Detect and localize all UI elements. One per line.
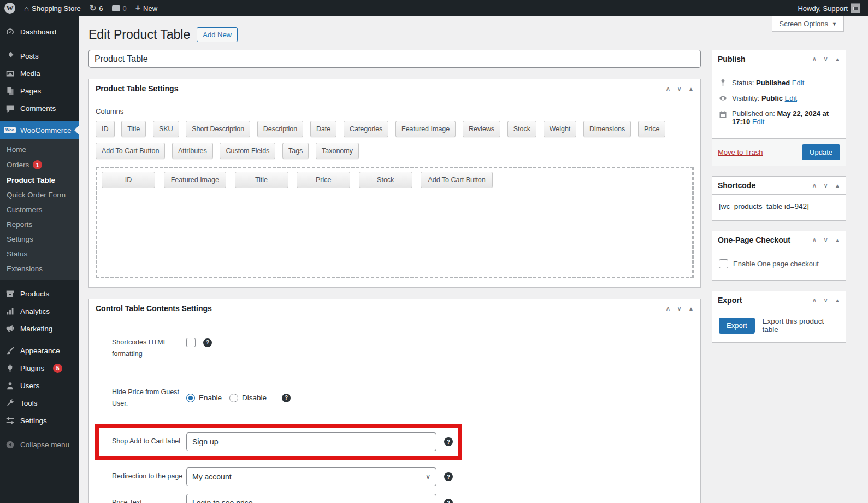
new-content-link[interactable]: + New	[135, 0, 157, 16]
column-chip[interactable]: Weight	[544, 121, 577, 137]
sidebar-item-dashboard[interactable]: Dashboard	[0, 23, 79, 40]
help-icon[interactable]: ?	[444, 437, 453, 446]
help-icon[interactable]: ?	[444, 472, 453, 481]
toggle-panel-icon[interactable]: ▲	[835, 237, 840, 243]
sidebar-item-posts[interactable]: Posts	[0, 47, 79, 65]
site-name-link[interactable]: ⌂ Shopping Store	[24, 0, 81, 16]
column-chip[interactable]: Dimensions	[583, 121, 631, 137]
column-chip[interactable]: Attributes	[172, 143, 213, 159]
price-text-input[interactable]	[186, 494, 436, 503]
sidebar-item-pages[interactable]: Pages	[0, 82, 79, 100]
publish-header[interactable]: Publish ∧ ∨ ▲	[712, 50, 846, 68]
redirect-page-select[interactable]: My account ∨	[186, 467, 436, 486]
sidebar-item-media[interactable]: Media	[0, 65, 79, 82]
enable-opc-checkbox[interactable]	[719, 259, 728, 268]
submenu-item-customers[interactable]: Customers	[0, 202, 79, 217]
one-page-checkout-header[interactable]: One-Page Checkout ∧ ∨ ▲	[712, 231, 846, 249]
submenu-item-product-table[interactable]: Product Table	[0, 173, 79, 188]
sidebar-item-woocommerce[interactable]: Woo WooCommerce	[0, 121, 79, 139]
edit-visibility-link[interactable]: Edit	[785, 94, 797, 102]
move-down-icon[interactable]: ∨	[677, 85, 682, 92]
toggle-panel-icon[interactable]: ▲	[835, 183, 840, 189]
column-chip[interactable]: Reviews	[463, 121, 500, 137]
submenu-item-orders[interactable]: Orders1	[0, 157, 79, 173]
sidebar-item-marketing[interactable]: Marketing	[0, 320, 79, 337]
sidebar-item-appearance[interactable]: Appearance	[0, 342, 79, 359]
comments-link[interactable]: 0	[112, 0, 127, 16]
post-title-input[interactable]	[88, 50, 701, 68]
move-up-icon[interactable]: ∧	[812, 236, 817, 244]
move-up-icon[interactable]: ∧	[666, 305, 671, 312]
add-new-button[interactable]: Add New	[197, 27, 238, 42]
update-button[interactable]: Update	[802, 144, 840, 160]
help-icon[interactable]: ?	[203, 338, 212, 347]
updates-link[interactable]: ↻ 6	[90, 0, 103, 16]
hide-price-disable-option[interactable]: Disable	[229, 394, 267, 402]
move-to-trash-link[interactable]: Move to Trash	[718, 148, 763, 156]
submenu-item-settings[interactable]: Settings	[0, 232, 79, 247]
column-chip[interactable]: Title	[121, 121, 146, 137]
selected-column-chip[interactable]: ID	[102, 172, 155, 188]
submenu-item-extensions[interactable]: Extensions	[0, 261, 79, 276]
selected-column-chip[interactable]: Featured Image	[164, 172, 226, 188]
screen-options-button[interactable]: Screen Options ▼	[772, 16, 844, 32]
sidebar-item-tools[interactable]: Tools	[0, 394, 79, 412]
selected-columns-dropzone[interactable]: ID Featured Image Title Price Stock Add …	[96, 167, 694, 278]
sidebar-item-settings[interactable]: Settings	[0, 412, 79, 429]
submenu-item-status[interactable]: Status	[0, 247, 79, 261]
export-button[interactable]: Export	[719, 318, 755, 334]
control-table-contents-header[interactable]: Control Table Contents Settings ∧ ∨ ▲	[89, 299, 700, 318]
column-chip[interactable]: ID	[96, 121, 115, 137]
move-down-icon[interactable]: ∨	[823, 55, 828, 63]
move-down-icon[interactable]: ∨	[823, 182, 828, 189]
help-icon[interactable]: ?	[282, 394, 291, 402]
selected-column-chip[interactable]: Add To Cart Button	[421, 172, 492, 188]
column-chip[interactable]: Price	[638, 121, 665, 137]
hide-price-enable-option[interactable]: Enable	[186, 394, 222, 402]
column-chip[interactable]: Stock	[507, 121, 536, 137]
selected-column-chip[interactable]: Stock	[359, 172, 412, 188]
toggle-panel-icon[interactable]: ▲	[835, 297, 840, 303]
move-down-icon[interactable]: ∨	[677, 305, 682, 312]
column-chip[interactable]: Description	[257, 121, 304, 137]
column-chip[interactable]: Featured Image	[395, 121, 456, 137]
product-table-settings-header[interactable]: Product Table Settings ∧ ∨ ▲	[89, 79, 700, 98]
sidebar-item-analytics[interactable]: Analytics	[0, 302, 79, 320]
sidebar-item-comments[interactable]: Comments	[0, 100, 79, 117]
column-chip[interactable]: Categories	[344, 121, 388, 137]
column-chip[interactable]: Date	[310, 121, 336, 137]
move-up-icon[interactable]: ∧	[812, 296, 817, 304]
selected-column-chip[interactable]: Title	[235, 172, 288, 188]
edit-status-link[interactable]: Edit	[792, 79, 804, 87]
submenu-item-quick-order-form[interactable]: Quick Order Form	[0, 188, 79, 202]
radio-disable[interactable]	[229, 394, 238, 402]
column-chip[interactable]: Short Description	[186, 121, 250, 137]
submenu-item-reports[interactable]: Reports	[0, 217, 79, 232]
cart-label-input[interactable]	[186, 432, 436, 451]
submenu-item-home[interactable]: Home	[0, 142, 79, 157]
move-down-icon[interactable]: ∨	[823, 296, 828, 304]
collapse-menu-button[interactable]: Collapse menu	[0, 436, 79, 453]
sidebar-item-users[interactable]: Users	[0, 377, 79, 394]
move-up-icon[interactable]: ∧	[666, 85, 671, 92]
radio-enable[interactable]	[186, 394, 195, 402]
shortcode-header[interactable]: Shortcode ∧ ∨ ▲	[712, 177, 846, 195]
toggle-panel-icon[interactable]: ▲	[835, 56, 840, 62]
column-chip[interactable]: Taxonomy	[316, 143, 359, 159]
column-chip[interactable]: SKU	[153, 121, 179, 137]
sidebar-item-plugins[interactable]: Plugins 5	[0, 359, 79, 377]
help-icon[interactable]: ?	[444, 499, 453, 503]
toggle-panel-icon[interactable]: ▲	[688, 306, 694, 312]
column-chip[interactable]: Custom Fields	[220, 143, 275, 159]
export-header[interactable]: Export ∧ ∨ ▲	[712, 291, 846, 309]
selected-column-chip[interactable]: Price	[297, 172, 350, 188]
column-chip[interactable]: Tags	[282, 143, 309, 159]
move-down-icon[interactable]: ∨	[823, 236, 828, 244]
toggle-panel-icon[interactable]: ▲	[688, 86, 694, 92]
sidebar-item-products[interactable]: Products	[0, 285, 79, 302]
column-chip[interactable]: Add To Cart Button	[96, 143, 165, 159]
edit-published-link[interactable]: Edit	[752, 118, 764, 126]
move-up-icon[interactable]: ∧	[812, 55, 817, 63]
shortcodes-html-checkbox[interactable]	[186, 338, 196, 347]
move-up-icon[interactable]: ∧	[812, 182, 817, 189]
